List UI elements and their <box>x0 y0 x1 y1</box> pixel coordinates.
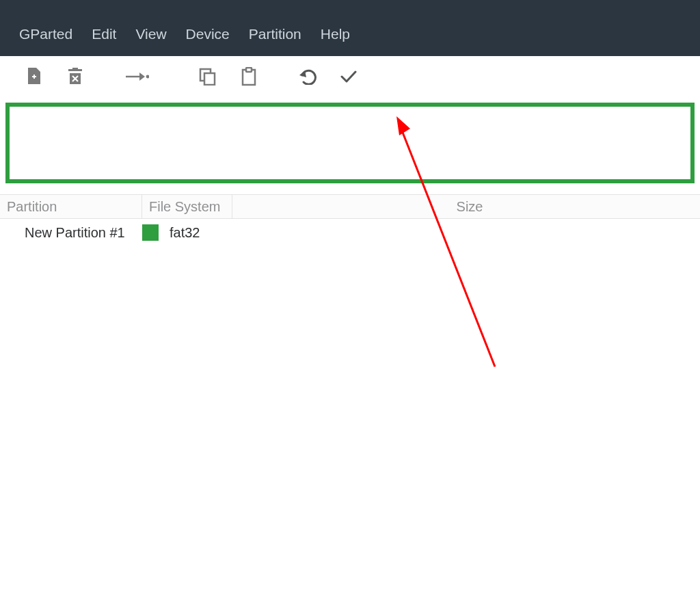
resize-move-icon <box>124 70 149 83</box>
menu-gparted[interactable]: GParted <box>10 19 82 49</box>
resize-move-button[interactable] <box>116 62 157 92</box>
svg-rect-1 <box>33 75 35 79</box>
menu-view[interactable]: View <box>126 19 176 49</box>
svg-rect-3 <box>72 68 78 69</box>
column-header-filesystem[interactable]: File System <box>142 195 232 218</box>
partition-visual-bar[interactable] <box>5 103 695 183</box>
cell-partition-name: New Partition #1 <box>25 225 142 241</box>
svg-point-6 <box>146 75 149 79</box>
undo-button[interactable] <box>287 62 328 92</box>
column-header-size[interactable]: Size <box>232 195 700 218</box>
copy-button[interactable] <box>187 62 228 92</box>
menubar: GParted Edit View Device Partition Help <box>0 0 700 56</box>
undo-icon <box>298 68 317 85</box>
delete-button[interactable] <box>55 62 96 92</box>
menu-help[interactable]: Help <box>311 19 360 49</box>
partition-table-header: Partition File System Size <box>0 194 700 219</box>
svg-rect-8 <box>204 73 215 85</box>
paste-icon <box>241 67 257 86</box>
menu-edit[interactable]: Edit <box>82 19 126 49</box>
paste-button[interactable] <box>228 62 269 92</box>
svg-rect-10 <box>246 68 252 72</box>
new-partition-button[interactable] <box>14 62 55 92</box>
apply-icon <box>340 70 358 83</box>
column-header-partition[interactable]: Partition <box>0 195 142 218</box>
toolbar <box>0 56 700 97</box>
menu-partition[interactable]: Partition <box>239 19 311 49</box>
copy-icon <box>199 68 217 86</box>
filesystem-color-swatch <box>142 224 159 241</box>
cell-filesystem-name: fat32 <box>170 225 200 241</box>
table-row[interactable]: New Partition #1 fat32 <box>0 219 700 246</box>
new-partition-icon <box>27 68 42 86</box>
svg-rect-2 <box>68 69 82 71</box>
apply-button[interactable] <box>328 62 369 92</box>
delete-icon <box>67 68 83 86</box>
menu-device[interactable]: Device <box>176 19 239 49</box>
